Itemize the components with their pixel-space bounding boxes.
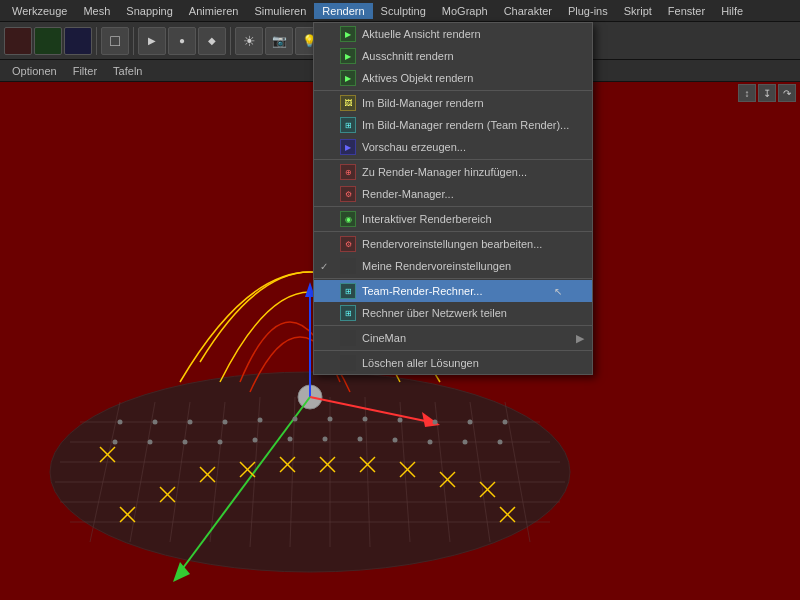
record-button[interactable]: ●	[168, 27, 196, 55]
viewport-zoom-ctrl[interactable]: ↧	[758, 84, 776, 102]
dropdown-sep-7	[314, 159, 592, 160]
dropdown-item-aktives-objekt[interactable]: ▶Aktives Objekt rendern	[314, 67, 592, 89]
dropdown-label-aktives-objekt: Aktives Objekt rendern	[362, 72, 584, 84]
dropdown-sep-3	[314, 90, 592, 91]
dropdown-menu: ▶Aktuelle Ansicht rendern▶Ausschnitt ren…	[313, 22, 593, 375]
menu-item-mograph[interactable]: MoGraph	[434, 3, 496, 19]
menu-item-hilfe[interactable]: Hilfe	[713, 3, 751, 19]
svg-line-18	[505, 402, 530, 542]
svg-line-12	[290, 397, 295, 547]
svg-point-66	[253, 438, 258, 443]
svg-line-15	[400, 402, 410, 542]
dropdown-sep-10	[314, 206, 592, 207]
toolbar2-item-filter[interactable]: Filter	[65, 63, 105, 79]
toolbar-sep-1	[96, 27, 97, 55]
viewport-controls: ↕ ↧ ↷	[738, 84, 796, 102]
dropdown-item-ausschnitt[interactable]: ▶Ausschnitt rendern	[314, 45, 592, 67]
keyframe-button[interactable]: ◆	[198, 27, 226, 55]
toolbar-sep-3	[230, 27, 231, 55]
dropdown-icon-aktuelle-ansicht: ▶	[340, 26, 356, 42]
svg-line-36	[320, 457, 335, 472]
svg-point-68	[323, 437, 328, 442]
svg-line-30	[200, 467, 215, 482]
dropdown-item-loeschen[interactable]: Löschen aller Lösungen	[314, 352, 592, 374]
dropdown-item-bild-manager[interactable]: 🖼Im Bild-Manager rendern	[314, 92, 592, 114]
menu-item-snapping[interactable]: Snapping	[118, 3, 181, 19]
toolbar2-item-tafeln[interactable]: Tafeln	[105, 63, 150, 79]
svg-line-31	[200, 467, 215, 482]
svg-line-42	[440, 472, 455, 487]
dropdown-item-render-manager[interactable]: ⚙Render-Manager...	[314, 183, 592, 205]
svg-point-63	[148, 440, 153, 445]
dropdown-item-team-render-rechner[interactable]: ⊞Team-Render-Rechner...↖	[314, 280, 592, 302]
axis-x-button[interactable]	[4, 27, 32, 55]
svg-point-73	[498, 440, 503, 445]
svg-marker-25	[173, 562, 190, 582]
dropdown-icon-aktives-objekt: ▶	[340, 70, 356, 86]
dropdown-item-aktuelle-ansicht[interactable]: ▶Aktuelle Ansicht rendern	[314, 23, 592, 45]
menu-item-plugins[interactable]: Plug-ins	[560, 3, 616, 19]
svg-line-7	[90, 402, 120, 542]
camera-btn[interactable]: 📷	[265, 27, 293, 55]
dropdown-label-team-render-rechner: Team-Render-Rechner...	[362, 285, 584, 297]
svg-line-33	[240, 462, 255, 477]
menu-item-fenster[interactable]: Fenster	[660, 3, 713, 19]
dropdown-sep-18	[314, 325, 592, 326]
dropdown-icon-interaktiver: ◉	[340, 211, 356, 227]
svg-point-60	[468, 420, 473, 425]
dropdown-icon-vorschau: ▶	[340, 139, 356, 155]
dropdown-item-rendervoreinstellungen[interactable]: ⚙Rendervoreinstellungen bearbeiten...	[314, 233, 592, 255]
svg-line-27	[120, 507, 135, 522]
svg-line-39	[360, 457, 375, 472]
menu-item-werkzeuge[interactable]: Werkzeuge	[4, 3, 75, 19]
svg-point-64	[183, 440, 188, 445]
axis-y-button[interactable]	[34, 27, 62, 55]
svg-line-34	[280, 457, 295, 472]
menu-bar: WerkzeugeMeshSnappingAnimierenSimulieren…	[0, 0, 800, 22]
object-button[interactable]: □	[101, 27, 129, 55]
dropdown-item-vorschau[interactable]: ▶Vorschau erzeugen...	[314, 136, 592, 158]
toolbar2-item-optionen[interactable]: Optionen	[4, 63, 65, 79]
svg-line-26	[120, 507, 135, 522]
dropdown-item-interaktiver[interactable]: ◉Interaktiver Renderbereich	[314, 208, 592, 230]
menu-item-skript[interactable]: Skript	[616, 3, 660, 19]
dropdown-item-zu-render-manager[interactable]: ⊕Zu Render-Manager hinzufügen...	[314, 161, 592, 183]
svg-line-37	[320, 457, 335, 472]
dropdown-item-cineman[interactable]: CineMan▶	[314, 327, 592, 349]
svg-point-19	[298, 385, 322, 409]
svg-line-11	[250, 397, 260, 547]
svg-line-45	[480, 482, 495, 497]
menu-item-charakter[interactable]: Charakter	[496, 3, 560, 19]
menu-item-mesh[interactable]: Mesh	[75, 3, 118, 19]
menu-item-rendern[interactable]: Rendern	[314, 3, 372, 19]
dropdown-label-render-manager: Render-Manager...	[362, 188, 584, 200]
dropdown-item-rechner-netzwerk[interactable]: ⊞Rechner über Netzwerk teilen	[314, 302, 592, 324]
svg-line-44	[480, 482, 495, 497]
svg-point-57	[363, 417, 368, 422]
menu-item-simulieren[interactable]: Simulieren	[246, 3, 314, 19]
svg-line-16	[435, 402, 450, 542]
play-button[interactable]: ▶	[138, 27, 166, 55]
viewport-move-ctrl[interactable]: ↕	[738, 84, 756, 102]
svg-line-28	[160, 487, 175, 502]
svg-point-51	[153, 420, 158, 425]
svg-marker-23	[422, 412, 440, 427]
dropdown-label-rendervoreinstellungen: Rendervoreinstellungen bearbeiten...	[362, 238, 584, 250]
menu-item-sculpting[interactable]: Sculpting	[373, 3, 434, 19]
dropdown-label-vorschau: Vorschau erzeugen...	[362, 141, 584, 153]
dropdown-icon-rendervoreinstellungen: ⚙	[340, 236, 356, 252]
svg-line-49	[500, 507, 515, 522]
dropdown-item-team-render-bild[interactable]: ⊞Im Bild-Manager rendern (Team Render)..…	[314, 114, 592, 136]
dropdown-label-aktuelle-ansicht: Aktuelle Ansicht rendern	[362, 28, 584, 40]
dropdown-label-rechner-netzwerk: Rechner über Netzwerk teilen	[362, 307, 584, 319]
svg-line-47	[100, 447, 115, 462]
axis-z-button[interactable]	[64, 27, 92, 55]
svg-line-48	[500, 507, 515, 522]
render-btn[interactable]: ☀	[235, 27, 263, 55]
menu-item-animieren[interactable]: Animieren	[181, 3, 247, 19]
dropdown-label-team-render-bild: Im Bild-Manager rendern (Team Render)...	[362, 119, 584, 131]
dropdown-item-meine-render[interactable]: ✓Meine Rendervoreinstellungen	[314, 255, 592, 277]
svg-point-55	[293, 417, 298, 422]
dropdown-icon-render-manager: ⚙	[340, 186, 356, 202]
viewport-rotate-ctrl[interactable]: ↷	[778, 84, 796, 102]
